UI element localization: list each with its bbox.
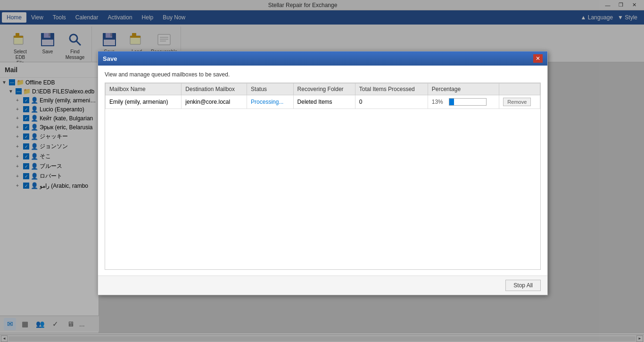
progress-text: 13% (432, 99, 446, 105)
col-percentage: Percentage (428, 83, 499, 95)
cell-remove: Remove (499, 95, 540, 109)
dialog-titlebar: Save ✕ (98, 51, 547, 66)
col-recovering-folder: Recovering Folder (293, 83, 355, 95)
cell-recovering-folder: Deleted Items (293, 95, 355, 109)
dialog-body: View and manage queued mailboxes to be s… (98, 66, 547, 275)
progress-bar-inner (449, 99, 454, 105)
progress-bar-outer (449, 98, 487, 106)
save-dialog: Save ✕ View and manage queued mailboxes … (98, 51, 548, 295)
col-destination: Destination Mailbox (182, 83, 247, 95)
dialog-close-button[interactable]: ✕ (533, 54, 543, 63)
col-action (499, 83, 540, 95)
dialog-table-body: Emily (emily, armenian) jenkin@core.loca… (106, 95, 540, 109)
dialog-footer: Stop All (98, 275, 547, 295)
cell-percentage: 13% (428, 95, 499, 109)
dialog-table-header: Mailbox Name Destination Mailbox Status … (106, 83, 540, 95)
cell-mailbox-name: Emily (emily, armenian) (106, 95, 182, 109)
table-row: Emily (emily, armenian) jenkin@core.loca… (106, 95, 540, 109)
cell-destination: jenkin@core.local (182, 95, 247, 109)
remove-button[interactable]: Remove (503, 98, 531, 106)
stop-all-button[interactable]: Stop All (505, 280, 541, 291)
cell-total-items: 0 (355, 95, 428, 109)
col-mailbox-name: Mailbox Name (106, 83, 182, 95)
table-header-row: Mailbox Name Destination Mailbox Status … (106, 83, 540, 95)
dialog-title: Save (103, 55, 117, 62)
dialog-table-container: Mailbox Name Destination Mailbox Status … (105, 83, 541, 270)
col-status: Status (247, 83, 293, 95)
dialog-description: View and manage queued mailboxes to be s… (105, 71, 541, 78)
cell-status: Processing... (247, 95, 293, 109)
dialog-table: Mailbox Name Destination Mailbox Status … (105, 83, 540, 109)
col-total-items: Total Items Processed (355, 83, 428, 95)
progress-container: 13% (432, 98, 495, 106)
